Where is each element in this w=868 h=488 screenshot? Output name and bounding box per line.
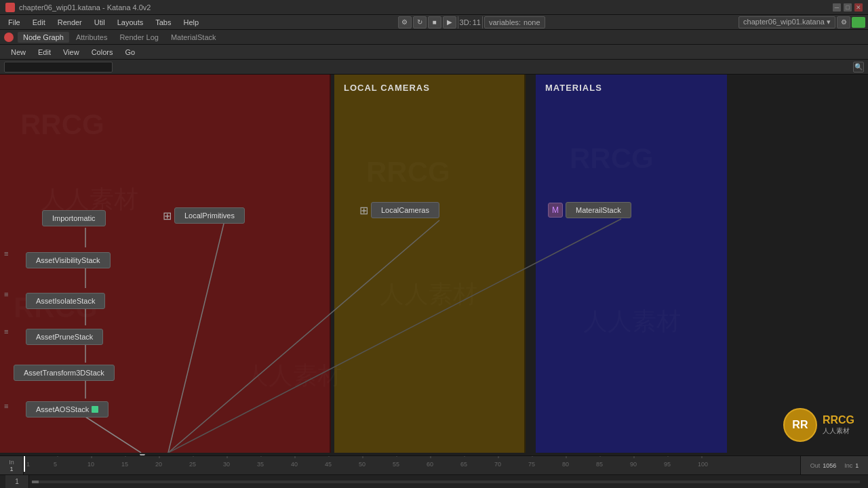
localprimitives-group: ⊞ LocalPrimitives: [163, 207, 245, 224]
node-assetprunestack[interactable]: AssetPruneStack: [26, 329, 103, 345]
tab-node-graph[interactable]: Node Graph: [18, 32, 69, 43]
proj-settings-btn[interactable]: ⚙: [837, 16, 850, 28]
svg-text:60: 60: [427, 461, 433, 468]
sec-menu-go[interactable]: Go: [119, 47, 140, 58]
close-button[interactable]: ✕: [854, 3, 863, 12]
svg-text:100: 100: [698, 461, 708, 468]
node-assettransform3dstack[interactable]: AssetTransform3DStack: [14, 365, 115, 381]
svg-text:1: 1: [26, 461, 30, 468]
svg-text:35: 35: [257, 461, 264, 468]
timeline-in-label: In 1: [0, 456, 24, 474]
frame-track-svg: [32, 475, 860, 489]
menu-bar: File Edit Render Util Layouts Tabs Help …: [0, 15, 868, 30]
merge2-arrow-icon: ▼: [115, 451, 170, 455]
stack-icon-1: ≡: [4, 249, 8, 258]
panel-cameras: LOCAL CAMERAS: [334, 75, 526, 453]
node-assetaosstack[interactable]: AssetAOSStack: [26, 401, 108, 418]
node-importomatic[interactable]: Importomatic: [42, 210, 106, 226]
title-bar-title: chapter06_wip01.katana - Katana 4.0v2: [19, 3, 833, 12]
tab-node-graph-label: Node Graph: [23, 33, 64, 41]
svg-rect-53: [32, 481, 39, 483]
timeline: In 1 1 5 10 15 20 25 30 35: [0, 455, 868, 474]
search-bar: 🔍: [0, 60, 868, 75]
svg-text:95: 95: [664, 461, 671, 468]
menu-layouts[interactable]: Layouts: [112, 17, 149, 28]
minimize-button[interactable]: ─: [833, 3, 841, 12]
materailstack-group: M MaterailStack: [548, 202, 631, 218]
app-icon: [5, 3, 15, 12]
stop-btn[interactable]: ■: [428, 16, 441, 28]
svg-text:45: 45: [325, 461, 332, 468]
svg-text:80: 80: [562, 461, 569, 468]
tab-material-stack[interactable]: MaterialStack: [165, 32, 222, 43]
menu-render[interactable]: Render: [52, 17, 87, 28]
variables-dropdown[interactable]: variables: none: [484, 16, 545, 28]
play-btn[interactable]: ▶: [443, 16, 456, 28]
timeline-out-area: Out 1056 Inc 1: [800, 456, 868, 474]
tab-render-log[interactable]: Render Log: [114, 32, 164, 43]
search-input[interactable]: [4, 62, 113, 73]
frame-track[interactable]: [29, 475, 863, 489]
svg-text:85: 85: [596, 461, 603, 468]
svg-text:30: 30: [223, 461, 230, 468]
stack-icon-2: ≡: [4, 290, 8, 298]
svg-text:10: 10: [87, 461, 94, 468]
rrcg-logo-circle: RR: [783, 408, 817, 442]
zoom-icon[interactable]: 🔍: [853, 62, 864, 73]
sec-menu-edit[interactable]: Edit: [33, 47, 56, 58]
frame-counter: 1: [5, 475, 29, 488]
render3d-label: 3D:: [460, 18, 471, 26]
tab-attributes[interactable]: Attributes: [71, 32, 113, 43]
maximize-button[interactable]: □: [844, 3, 852, 12]
sec-menu-view[interactable]: View: [58, 47, 85, 58]
svg-text:70: 70: [494, 461, 501, 468]
stack-icon-4: ≡: [4, 402, 8, 410]
menu-edit[interactable]: Edit: [27, 17, 51, 28]
materials-panel-title: MATERIALS: [536, 75, 727, 97]
title-bar-controls: ─ □ ✕: [833, 3, 863, 12]
node-assetvisibilitystack[interactable]: AssetVisibilityStack: [26, 252, 111, 268]
tab-bar: Node Graph Attributes Render Log Materia…: [0, 30, 868, 45]
localcameras-group: ⊞ LocalCameras: [359, 202, 439, 218]
aosstack-badge: [92, 406, 98, 413]
svg-text:15: 15: [121, 461, 128, 468]
svg-text:5: 5: [54, 461, 57, 468]
node-localcameras[interactable]: LocalCameras: [371, 202, 439, 218]
timeline-track[interactable]: 1 5 10 15 20 25 30 35 40 45 50: [24, 456, 800, 474]
katana-logo-icon: [4, 33, 14, 42]
node-materailstack[interactable]: MaterailStack: [566, 202, 631, 218]
menu-file[interactable]: File: [3, 17, 26, 28]
svg-rect-52: [32, 481, 860, 483]
variables-value: none: [524, 18, 540, 26]
svg-text:65: 65: [460, 461, 467, 468]
svg-text:55: 55: [393, 461, 399, 468]
sec-menu-colors[interactable]: Colors: [86, 47, 119, 58]
sec-menu-new[interactable]: New: [5, 47, 31, 58]
svg-text:20: 20: [155, 461, 162, 468]
rrcg-watermark-logo: RR RRCG 人人素材: [783, 408, 854, 442]
svg-text:25: 25: [189, 461, 196, 468]
project-dropdown[interactable]: chapter06_wip01.katana ▾: [738, 16, 835, 28]
menu-tabs[interactable]: Tabs: [150, 17, 176, 28]
localcameras-connector-icon: ⊞: [359, 204, 368, 217]
svg-text:50: 50: [359, 461, 366, 468]
node-localprimitives[interactable]: LocalPrimitives: [174, 207, 245, 224]
node-assetisolatestack[interactable]: AssetIsolateStack: [26, 293, 105, 309]
variables-label: variables:: [489, 18, 521, 26]
menu-util[interactable]: Util: [89, 17, 111, 28]
menu-help[interactable]: Help: [178, 17, 204, 28]
status-bar: 1: [0, 474, 868, 488]
canvas-area: RRCG 人人素材 RRCG RRCG 人人素材 RRCG 人人素材 人人素材 …: [0, 75, 868, 455]
cameras-panel-title: LOCAL CAMERAS: [334, 75, 524, 97]
settings-btn[interactable]: ⚙: [398, 16, 412, 28]
svg-text:75: 75: [528, 461, 535, 468]
status-indicator: [852, 17, 865, 28]
title-bar: chapter06_wip01.katana - Katana 4.0v2 ─ …: [0, 0, 868, 15]
timeline-ticks-svg: 1 5 10 15 20 25 30 35 40 45 50: [24, 456, 800, 472]
project-name: chapter06_wip01.katana ▾: [743, 18, 831, 26]
localprimitives-connector-icon: ⊞: [163, 209, 172, 222]
panel-materials: MATERIALS: [536, 75, 727, 453]
secondary-menu: New Edit View Colors Go: [0, 45, 868, 60]
stack-icon-3: ≡: [4, 327, 8, 336]
refresh-btn[interactable]: ↻: [413, 16, 427, 28]
